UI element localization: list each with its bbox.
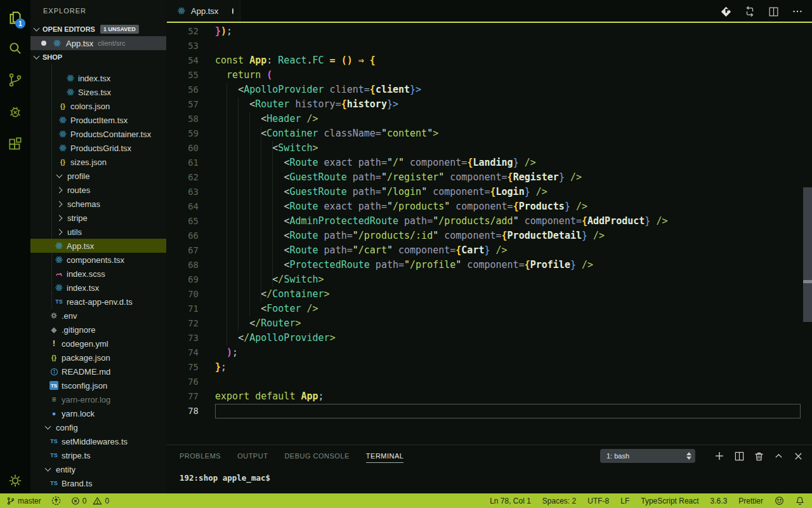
tree-folder-profile[interactable]: profile (30, 169, 166, 183)
publish-changes-icon[interactable] (51, 496, 61, 505)
code-line-56[interactable]: 56 <ApolloProvider client={client}> (167, 83, 803, 97)
code-line-72[interactable]: 72 </Router> (167, 316, 803, 331)
code-line-73[interactable]: 73 </ApolloProvider> (167, 331, 803, 345)
code-line-55[interactable]: 55 return ( (167, 68, 803, 83)
code-line-57[interactable]: 57 <Router history={history}> (167, 97, 803, 112)
tree-item-package.json[interactable]: {}package.json (30, 351, 166, 364)
tree-folder-schemas[interactable]: schemas (30, 197, 166, 211)
tree-item-index.tsx[interactable]: index.tsx (30, 281, 166, 295)
tree-folder-config[interactable]: config (30, 420, 166, 434)
vertical-scrollbar[interactable] (803, 187, 812, 322)
tree-item-ProductsGrid.tsx[interactable]: ProductsGrid.tsx (30, 141, 166, 155)
code-line-78[interactable]: 78 (167, 404, 803, 418)
code-line-74[interactable]: 74 ); (167, 345, 803, 360)
code-line-69[interactable]: 69 </Switch> (167, 272, 803, 287)
tree-item-.gitignore[interactable]: ◆.gitignore (30, 323, 166, 337)
code-line-70[interactable]: 70 </Container> (167, 287, 803, 302)
extensions-icon[interactable] (0, 128, 30, 159)
code-line-66[interactable]: 66 <Route path="/products/:id" component… (167, 229, 803, 243)
tree-item-ProductItem.tsx[interactable]: ProductItem.tsx (30, 113, 166, 127)
tree-item-App.tsx[interactable]: App.tsx (30, 239, 166, 253)
tree-folder-routes[interactable]: routes (30, 183, 166, 197)
split-terminal-icon[interactable] (735, 451, 744, 461)
status-item-prettier[interactable]: Prettier (738, 497, 763, 505)
tree-item-partial[interactable] (30, 64, 166, 71)
open-editors-header[interactable]: OPEN EDITORS 1 UNSAVED (30, 22, 166, 36)
tree-folder-stripe[interactable]: stripe (30, 211, 166, 225)
shop-section-header[interactable]: SHOP (30, 50, 166, 64)
code-line-65[interactable]: 65 <AdminProtectedRoute path="/products/… (167, 214, 803, 229)
explorer-icon[interactable]: 1 (0, 3, 30, 33)
panel-tab-terminal[interactable]: TERMINAL (366, 450, 404, 463)
compare-changes-icon[interactable] (744, 6, 756, 17)
source-control-icon[interactable] (0, 65, 30, 95)
code-editor[interactable]: 52});5354const App: React.FC = () ⇒ {55 … (167, 24, 803, 418)
tree-item-react-app-env.d.ts[interactable]: TSreact-app-env.d.ts (30, 295, 166, 309)
status-item-lf[interactable]: LF (620, 497, 629, 505)
tree-item-sizes.json[interactable]: {}sizes.json (30, 155, 166, 169)
code-line-52[interactable]: 52}); (167, 24, 803, 39)
notifications-bell-icon[interactable] (796, 496, 804, 505)
panel-tab-debug-console[interactable]: DEBUG CONSOLE (284, 450, 349, 462)
code-line-59[interactable]: 59 <Container className="content"> (167, 126, 803, 141)
code-line-62[interactable]: 62 <GuestRoute path="/register" componen… (167, 170, 803, 185)
tree-item-stripe.ts[interactable]: TSstripe.ts (30, 448, 166, 462)
tree-item-codegen.yml[interactable]: !codegen.yml (30, 337, 166, 351)
code-line-67[interactable]: 67 <Route path="/cart" component={Cart} … (167, 243, 803, 258)
tree-item-yarn-error.log[interactable]: ≡yarn-error.log (30, 392, 166, 406)
maximize-panel-icon[interactable] (774, 451, 783, 461)
debug-icon[interactable] (0, 97, 30, 127)
code-line-68[interactable]: 68 <ProtectedRoute path="/profile" compo… (167, 258, 803, 272)
panel-tab-problems[interactable]: PROBLEMS (180, 450, 221, 462)
panel-tab-output[interactable]: OUTPUT (237, 450, 268, 462)
status-item-3-6-3[interactable]: 3.6.3 (710, 497, 728, 505)
code-line-71[interactable]: 71 <Footer /> (167, 302, 803, 316)
more-actions-icon[interactable] (792, 6, 803, 17)
split-editor-icon[interactable] (768, 6, 779, 17)
new-terminal-icon[interactable] (714, 451, 724, 461)
tree-folder-utils[interactable]: utils (30, 225, 166, 239)
code-line-58[interactable]: 58 <Header /> (167, 112, 803, 126)
code-line-61[interactable]: 61 <Route exact path="/" component={Land… (167, 156, 803, 170)
status-item-spaces-2[interactable]: Spaces: 2 (542, 497, 576, 505)
branch-status[interactable]: master (6, 497, 41, 505)
shell-select[interactable]: 1: bash (600, 449, 695, 463)
status-item-typescript-react[interactable]: TypeScript React (641, 497, 698, 505)
tree-item-tsconfig.json[interactable]: TStsconfig.json (30, 378, 166, 392)
open-editor-item-app-tsx[interactable]: App.tsx client/src (30, 36, 166, 50)
code-line-77[interactable]: 77export default App; (167, 389, 803, 404)
code-line-76[interactable]: 76 (167, 375, 803, 389)
tree-item-components.tsx[interactable]: components.tsx (30, 253, 166, 267)
close-panel-icon[interactable] (794, 451, 803, 461)
code-line-75[interactable]: 75}; (167, 360, 803, 375)
tree-item-Brand.ts[interactable]: TSBrand.ts (30, 476, 166, 490)
tree-folder-entity[interactable]: entity (30, 462, 166, 476)
status-item-ln-78-col-1[interactable]: Ln 78, Col 1 (490, 497, 531, 505)
code-line-64[interactable]: 64 <Route exact path="/products" compone… (167, 199, 803, 214)
tree-item-index.tsx[interactable]: index.tsx (30, 71, 166, 85)
code-line-54[interactable]: 54const App: React.FC = () ⇒ { (167, 53, 803, 68)
tree-item-index.scss[interactable]: index.scss (30, 267, 166, 281)
json-icon: {} (57, 103, 69, 110)
code-line-60[interactable]: 60 <Switch> (167, 141, 803, 156)
tree-item-ProductsContainer.tsx[interactable]: ProductsContainer.tsx (30, 127, 166, 141)
terminal-prompt[interactable]: 192:shop apple_mac$ (167, 467, 812, 483)
search-icon[interactable] (0, 33, 30, 64)
tree-item-setMiddlewares.ts[interactable]: TSsetMiddlewares.ts (30, 434, 166, 448)
line-number: 77 (167, 389, 199, 404)
feedback-smiley-icon[interactable] (775, 496, 784, 505)
code-line-53[interactable]: 53 (167, 39, 803, 53)
problems-status[interactable]: 0 0 (71, 497, 109, 505)
tree-item-colors.json[interactable]: {}colors.json (30, 99, 166, 113)
tab-bar: App.tsx (167, 0, 812, 23)
tab-app-tsx[interactable]: App.tsx (167, 0, 240, 22)
code-line-63[interactable]: 63 <GuestRoute path="/login" component={… (167, 185, 803, 199)
tree-item-README.md[interactable]: README.md (30, 364, 166, 378)
settings-gear-icon[interactable] (0, 465, 30, 496)
tree-item-.env[interactable]: .env (30, 309, 166, 323)
tree-item-Sizes.tsx[interactable]: Sizes.tsx (30, 85, 166, 99)
prettier-icon[interactable] (721, 6, 731, 17)
kill-terminal-icon[interactable] (754, 451, 764, 461)
tree-item-yarn.lock[interactable]: ●yarn.lock (30, 406, 166, 420)
status-item-utf-8[interactable]: UTF-8 (587, 497, 609, 505)
